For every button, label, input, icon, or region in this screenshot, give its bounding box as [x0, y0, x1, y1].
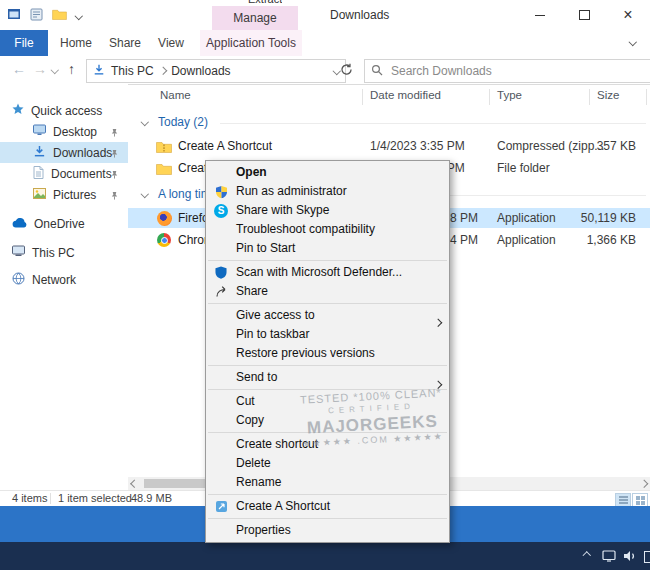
search-icon [371, 64, 383, 79]
menu-item-rename[interactable]: Rename [206, 473, 449, 492]
menu-item-restore-previous-versions[interactable]: Restore previous versions [206, 344, 449, 363]
menu-item-label: Send to [236, 370, 277, 384]
sidebar-item-this-pc[interactable]: This PC [0, 242, 128, 263]
forward-button[interactable]: → [33, 61, 47, 77]
menu-item-label: Share with Skype [236, 203, 329, 217]
tab-application-tools[interactable]: Application Tools [200, 30, 302, 56]
menu-separator [208, 494, 447, 495]
ribbon-expand-chevron-icon[interactable] [629, 38, 637, 46]
back-button[interactable]: ← [12, 61, 26, 77]
menu-item-delete[interactable]: Delete [206, 454, 449, 473]
menu-item-copy[interactable]: Copy [206, 411, 449, 430]
refresh-button[interactable] [340, 63, 353, 79]
column-divider[interactable] [489, 89, 490, 105]
selection-count: 1 item selected [58, 492, 132, 504]
file-name: Create A Shortcut [178, 139, 272, 153]
menu-item-troubleshoot-compatibility[interactable]: Troubleshoot compatibility [206, 220, 449, 239]
file-row-create-a-shortcut-zip[interactable]: Create A Shortcut 1/4/2023 3:35 PM Compr… [128, 136, 650, 156]
tab-view[interactable]: View [150, 30, 192, 56]
close-button[interactable]: × [606, 0, 650, 30]
menu-item-run-as-administrator[interactable]: Run as administrator [206, 182, 449, 201]
address-dropdown-chevron-icon[interactable] [332, 67, 340, 75]
menu-item-share[interactable]: Share [206, 282, 449, 301]
column-header-name[interactable]: Name [160, 89, 191, 101]
scroll-left-arrow-icon[interactable] [131, 480, 139, 488]
tray-display-icon[interactable] [602, 550, 616, 565]
tray-expand-chevron-icon[interactable] [583, 552, 591, 560]
menu-item-create-shortcut[interactable]: Create shortcut [206, 435, 449, 454]
manage-label: Manage [233, 11, 276, 25]
sidebar-item-desktop[interactable]: Desktop [0, 121, 128, 142]
menu-item-open[interactable]: Open [206, 163, 449, 182]
pictures-icon [33, 188, 46, 202]
sidebar-item-documents[interactable]: Documents [0, 163, 128, 184]
minimize-icon [535, 15, 545, 16]
menu-item-label: Create shortcut [236, 437, 318, 451]
menu-separator [208, 432, 447, 433]
breadcrumb-separator-icon [159, 67, 167, 75]
menu-item-properties[interactable]: Properties [206, 521, 449, 540]
titlebar: Extract Manage Downloads × [0, 0, 650, 30]
column-header-size[interactable]: Size [597, 89, 619, 101]
breadcrumb-downloads[interactable]: Downloads [171, 64, 230, 78]
menu-separator [208, 260, 447, 261]
menu-item-share-with-skype[interactable]: S Share with Skype [206, 201, 449, 220]
column-divider[interactable] [362, 89, 363, 105]
sidebar-item-label: Documents [51, 167, 112, 181]
scroll-right-arrow-icon[interactable] [639, 480, 647, 488]
menu-separator [208, 518, 447, 519]
menu-separator [208, 389, 447, 390]
tab-home[interactable]: Home [54, 30, 98, 56]
recent-locations-chevron-icon[interactable] [51, 66, 59, 74]
group-collapse-chevron-icon[interactable] [141, 118, 149, 126]
sidebar-item-downloads[interactable]: Downloads [0, 142, 128, 163]
file-type: File folder [497, 161, 550, 175]
items-count: 4 items [12, 492, 47, 504]
close-icon: × [623, 7, 632, 23]
search-input[interactable] [389, 63, 650, 79]
thumbnails-view-button[interactable] [632, 493, 648, 507]
group-collapse-chevron-icon[interactable] [141, 190, 149, 198]
tab-file[interactable]: File [0, 30, 48, 56]
menu-item-send-to[interactable]: Send to [206, 368, 449, 387]
desktop-icon [33, 124, 46, 139]
qat-new-folder-icon[interactable] [52, 8, 67, 23]
ribbon-tab-bar: File Home Share View Application Tools [0, 30, 650, 57]
column-divider[interactable] [646, 89, 647, 105]
sidebar-item-pictures[interactable]: Pictures [0, 184, 128, 205]
menu-item-pin-to-start[interactable]: Pin to Start [206, 239, 449, 258]
sidebar-item-quick-access[interactable]: Quick access [0, 100, 128, 121]
minimize-button[interactable] [518, 0, 562, 30]
sidebar-item-label: OneDrive [34, 217, 85, 231]
menu-item-give-access-to[interactable]: Give access to [206, 306, 449, 325]
qat-properties-icon[interactable] [30, 8, 43, 24]
menu-item-label: Run as administrator [236, 184, 347, 198]
tray-partial-icon[interactable] [644, 551, 650, 563]
sidebar-item-network[interactable]: Network [0, 269, 128, 290]
menu-item-scan-with-microsoft-defender[interactable]: Scan with Microsoft Defender... [206, 263, 449, 282]
maximize-button[interactable] [562, 0, 606, 30]
menu-item-create-a-shortcut-tool[interactable]: Create A Shortcut [206, 497, 449, 516]
search-box[interactable] [364, 59, 650, 83]
sidebar-item-onedrive[interactable]: OneDrive [0, 213, 128, 234]
submenu-arrow-icon [435, 374, 441, 393]
group-header-today[interactable]: Today (2) [128, 114, 650, 132]
menu-item-cut[interactable]: Cut [206, 392, 449, 411]
qat-customize-chevron-icon[interactable] [75, 12, 83, 20]
tray-volume-icon[interactable] [622, 550, 636, 565]
breadcrumb-this-pc[interactable]: This PC [111, 64, 154, 78]
menu-item-label: Open [236, 165, 267, 179]
details-view-button[interactable] [615, 493, 631, 507]
column-divider[interactable] [589, 89, 590, 105]
tab-share[interactable]: Share [102, 30, 148, 56]
manage-contextual-tab[interactable]: Manage [212, 6, 298, 30]
selection-size: 48.9 MB [131, 492, 172, 504]
file-type: Application [497, 233, 556, 247]
downloads-icon [33, 145, 46, 161]
menu-item-pin-to-taskbar[interactable]: Pin to taskbar [206, 325, 449, 344]
column-header-type[interactable]: Type [497, 89, 522, 101]
tab-file-label: File [14, 36, 33, 50]
up-button[interactable]: ↑ [68, 61, 75, 77]
address-box[interactable]: This PC Downloads [86, 59, 346, 83]
column-header-date-modified[interactable]: Date modified [370, 89, 441, 101]
